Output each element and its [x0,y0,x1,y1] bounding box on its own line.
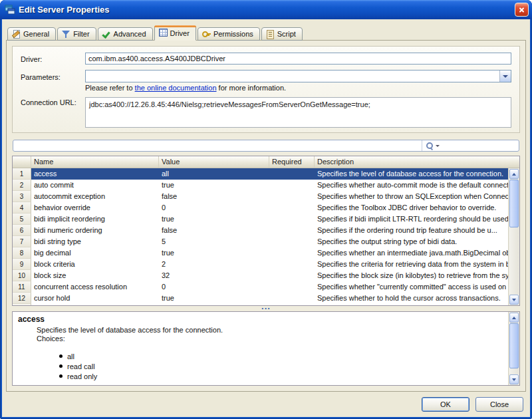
table-row[interactable]: 1accessallSpecifies the level of databas… [13,168,508,180]
tab-filter-label: Filter [73,30,89,38]
close-dialog-button[interactable]: Close [475,397,523,412]
choices-list: all read call read only [59,351,503,381]
cell-value: true [159,180,269,191]
cell-name: block size [31,270,159,281]
search-options-arrow-icon[interactable] [436,145,440,147]
cell-desc: Specifies if bidi implicit LTR-RTL reord… [315,213,508,225]
table-row[interactable]: 5bidi implicit reorderingtrueSpecifies i… [13,213,508,225]
connection-url-field[interactable]: jdbc:as400://12.26.8.45:446/Nielsg;retri… [85,97,511,128]
window-title: Edit Server Properties [19,5,511,15]
tab-permissions[interactable]: Permissions [198,27,260,41]
table-row[interactable]: 13cursor sensitivityasensitiveSpecifies … [13,304,508,305]
close-icon [518,6,525,13]
cell-value: false [159,225,269,236]
table-row[interactable]: 11concurrent access resolution0Specifies… [13,281,508,293]
description-column-header[interactable]: Description [315,156,519,168]
window-icon [5,5,15,15]
search-icon[interactable] [426,142,434,150]
cell-req [269,247,315,259]
value-column-header[interactable]: Value [159,156,269,168]
tab-general[interactable]: General [7,27,56,41]
driver-tab-icon [159,29,168,37]
table-row[interactable]: 2auto committrueSpecifies whether auto-c… [13,180,508,191]
cell-value: 5 [159,236,269,247]
note-suffix: for more information. [217,84,287,92]
cell-desc: Specifies the block size (in kilobytes) … [315,270,508,281]
table-scroll-up-button[interactable] [509,169,519,179]
driver-class-field[interactable]: com.ibm.as400.access.AS400JDBCDriver [85,53,511,65]
cell-req [269,270,315,281]
parameters-dropdown-button[interactable] [499,70,511,82]
cell-name: bidi string type [31,236,159,247]
table-scrollbar-track[interactable] [509,180,519,294]
cell-name: autocommit exception [31,191,159,202]
cell-name: access [31,168,159,180]
arrow-down-icon [512,299,516,301]
cell-num: 12 [13,293,31,304]
cell-desc: Specifies if the ordering round trip fea… [315,225,508,236]
cell-num: 10 [13,270,31,281]
table-row[interactable]: 6bidi numeric orderingfalseSpecifies if … [13,225,508,236]
required-column-header[interactable]: Required [269,156,315,168]
documentation-note: Please refer to the online documentation… [85,84,511,92]
titlebar[interactable]: Edit Server Properties [0,0,532,19]
tab-advanced[interactable]: Advanced [98,27,153,41]
detail-scrollbar[interactable] [508,312,519,385]
name-column-header[interactable]: Name [31,156,159,168]
table-scroll-down-button[interactable] [509,295,519,305]
detail-scroll-up-button[interactable] [509,313,519,323]
cell-desc: Specifies the output string type of bidi… [315,236,508,247]
ok-button[interactable]: OK [422,397,469,412]
tab-script[interactable]: Script [261,27,303,41]
choice-label: read only [67,372,97,380]
cell-name: bidi implicit reordering [31,213,159,225]
online-documentation-link[interactable]: the online documentation [135,84,217,92]
filter-tab-icon [62,30,70,39]
cell-desc: Specifies the level of database access f… [315,168,508,180]
bullet-icon [59,354,63,358]
cell-value: 32 [159,270,269,281]
search-box[interactable] [422,140,519,151]
detail-scrollbar-thumb[interactable] [509,323,519,368]
cell-value: true [159,247,269,259]
table-row[interactable]: 10block size32Specifies the block size (… [13,270,508,281]
table-row[interactable]: 8big decimaltrueSpecifies whether an int… [13,247,508,259]
tab-advanced-label: Advanced [114,30,146,38]
parameters-combobox[interactable] [85,70,511,82]
cell-num: 11 [13,281,31,293]
cell-value: true [159,213,269,225]
cell-name: concurrent access resolution [31,281,159,293]
table-row[interactable]: 9block criteria2Specifies the criteria f… [13,259,508,270]
table-row[interactable]: 3autocommit exceptionfalseSpecifies whet… [13,191,508,202]
table-row[interactable]: 12cursor holdtrueSpecifies whether to ho… [13,293,508,304]
cell-req [269,225,315,236]
close-button[interactable] [515,3,529,17]
arrow-up-icon [512,173,516,176]
table-detail-splitter[interactable]: ... [12,306,520,311]
cell-name: behavior override [31,202,159,213]
property-detail-content: access Specifies the level of database a… [13,312,519,384]
edit-server-properties-dialog: Edit Server Properties General Filter Ad… [0,0,532,419]
table-scrollbar[interactable] [508,168,519,305]
tab-filter[interactable]: Filter [57,27,96,41]
table-row[interactable]: 7bidi string type5Specifies the output s… [13,236,508,247]
tab-permissions-label: Permissions [213,30,253,38]
detail-scroll-down-button[interactable] [509,374,519,384]
cell-num: 13 [13,304,31,305]
driver-form: Driver: com.ibm.as400.access.AS400JDBCDr… [12,46,520,133]
cell-req [269,180,315,191]
cell-num: 1 [13,168,31,180]
cell-value: 2 [159,259,269,270]
search-input[interactable] [441,141,515,150]
choice-item: read only [59,371,503,381]
bullet-icon [59,364,63,368]
table-scrollbar-thumb[interactable] [509,180,519,227]
driver-tab-panel: Driver: com.ibm.as400.access.AS400JDBCDr… [6,40,526,392]
table-row[interactable]: 4behavior override0Specifies the Toolbox… [13,202,508,213]
dialog-buttons: OK Close [2,392,530,417]
tab-driver[interactable]: Driver [154,25,196,41]
cell-req [269,293,315,304]
detail-scrollbar-track[interactable] [509,323,519,374]
splitter-handle-icon: ... [261,305,271,308]
cell-req [269,281,315,293]
